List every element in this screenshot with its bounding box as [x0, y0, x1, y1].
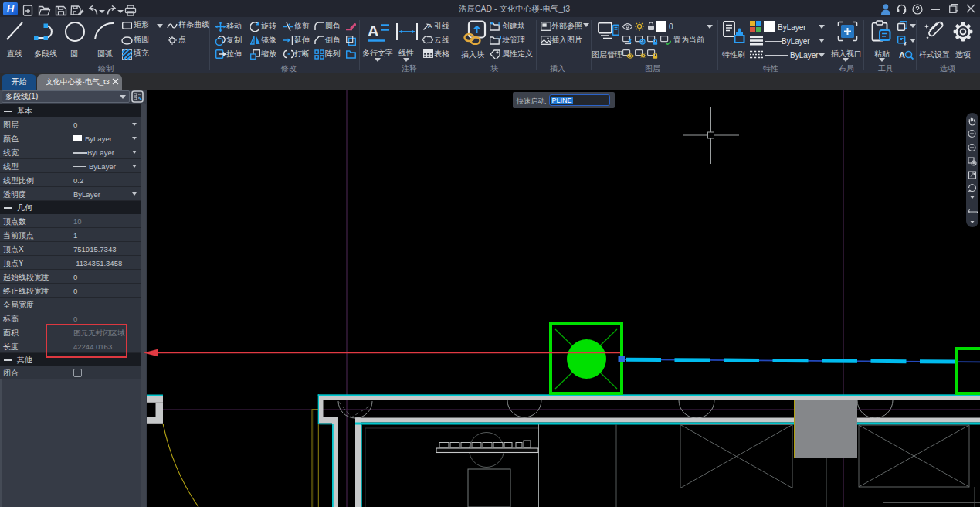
svg-text:A: A	[368, 22, 378, 39]
svg-text:A: A	[428, 22, 432, 29]
svg-text:A: A	[899, 50, 905, 60]
